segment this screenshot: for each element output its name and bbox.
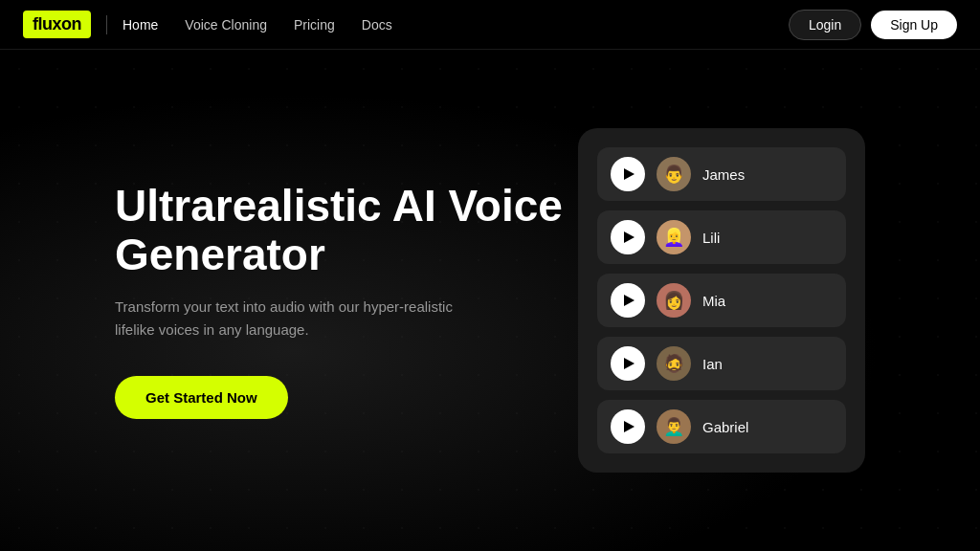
voice-card-james[interactable]: 👨 James (597, 147, 846, 201)
play-button-mia[interactable] (611, 283, 645, 318)
play-button-gabriel[interactable] (611, 409, 645, 444)
voice-name-gabriel: Gabriel (702, 419, 748, 435)
voice-card-gabriel[interactable]: 👨‍🦱 Gabriel (597, 400, 846, 453)
hero-content: Ultrarealistic AI Voice Generator Transf… (115, 182, 574, 419)
voice-name-mia: Mia (702, 293, 725, 309)
play-button-lili[interactable] (611, 220, 645, 254)
play-icon (624, 295, 635, 306)
cta-button[interactable]: Get Started Now (115, 376, 288, 419)
hero-title: Ultrarealistic AI Voice Generator (115, 182, 574, 278)
play-icon (624, 231, 635, 243)
signup-button[interactable]: Sign Up (871, 11, 957, 39)
play-button-james[interactable] (611, 157, 645, 191)
login-button[interactable]: Login (789, 10, 861, 40)
nav-divider (106, 15, 107, 34)
nav-link-home[interactable]: Home (122, 17, 158, 33)
avatar-gabriel: 👨‍🦱 (657, 409, 691, 444)
voice-card-mia[interactable]: 👩 Mia (597, 274, 846, 327)
play-button-ian[interactable] (611, 346, 645, 381)
voice-panel: 👨 James 👱‍♀️ Lili 👩 Mia 🧔 Ian (578, 128, 865, 473)
voice-name-james: James (702, 166, 745, 183)
voice-name-ian: Ian (702, 356, 723, 372)
navbar: fluxon Home Voice Cloning Pricing Docs L… (0, 0, 980, 50)
nav-link-voice-cloning[interactable]: Voice Cloning (185, 17, 267, 33)
voice-card-lili[interactable]: 👱‍♀️ Lili (597, 210, 846, 264)
play-icon (624, 168, 635, 180)
nav-link-docs[interactable]: Docs (362, 17, 392, 33)
nav-links: Home Voice Cloning Pricing Docs (122, 17, 392, 33)
play-icon (624, 421, 635, 432)
play-icon (624, 358, 635, 369)
brand-logo[interactable]: fluxon (23, 11, 91, 38)
hero-section: Ultrarealistic AI Voice Generator Transf… (0, 50, 980, 551)
avatar-ian: 🧔 (657, 346, 691, 381)
nav-link-pricing[interactable]: Pricing (294, 17, 335, 33)
avatar-james: 👨 (657, 157, 691, 191)
avatar-mia: 👩 (657, 283, 691, 318)
nav-actions: Login Sign Up (789, 10, 957, 40)
avatar-lili: 👱‍♀️ (657, 220, 691, 254)
hero-subtitle: Transform your text into audio with our … (115, 296, 479, 342)
voice-card-ian[interactable]: 🧔 Ian (597, 337, 846, 390)
voice-name-lili: Lili (702, 230, 720, 246)
